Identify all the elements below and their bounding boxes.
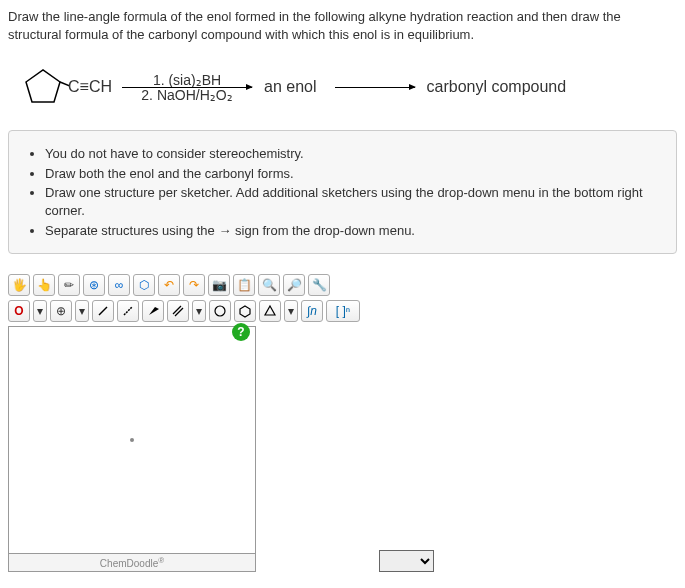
svg-point-7 [215, 306, 225, 316]
toolbar-row-1: 🖐 👆 ✏ ⊛ ∞ ⬡ ↶ ↷ 📷 📋 🔍 🔎 🔧 [8, 272, 438, 298]
dashed-bond-button[interactable] [117, 300, 139, 322]
bond-icon [171, 304, 185, 318]
registered-mark: ® [158, 556, 164, 565]
ring-button-3[interactable] [259, 300, 281, 322]
atom-label: O [14, 304, 23, 318]
camera-button[interactable]: 📷 [208, 274, 230, 296]
instruction-item: Draw both the enol and the carbonyl form… [45, 165, 660, 183]
chevron-down-icon: ▾ [196, 304, 202, 318]
svg-line-5 [173, 306, 181, 314]
chevron-down-icon: ▾ [79, 304, 85, 318]
atom-o-button[interactable]: O [8, 300, 30, 322]
alkyne-label: C≡CH [68, 78, 112, 96]
reagent-2: 2. NaOH/H₂O₂ [141, 87, 232, 103]
chevron-down-icon: ▾ [37, 304, 43, 318]
undo-button[interactable]: ↶ [158, 274, 180, 296]
camera-icon: 📷 [212, 278, 227, 292]
ring-button-2[interactable] [234, 300, 256, 322]
drawing-canvas[interactable] [8, 326, 256, 554]
zoom-out-button[interactable]: 🔎 [283, 274, 305, 296]
bond-icon [146, 304, 160, 318]
svg-marker-8 [240, 306, 250, 317]
sketcher: 🖐 👆 ✏ ⊛ ∞ ⬡ ↶ ↷ 📷 📋 🔍 🔎 🔧 O ▾ ⊕ ▾ ▾ ▾ ∫n… [8, 272, 438, 572]
question-line1: Draw the line-angle formula of the enol … [8, 9, 621, 24]
instruction-item: You do not have to consider stereochemis… [45, 145, 660, 163]
zoom-out-icon: 🔎 [287, 278, 302, 292]
product-label: carbonyl compound [427, 78, 567, 96]
bracket-button[interactable]: [ ]ⁿ [326, 300, 360, 322]
svg-line-3 [124, 307, 132, 315]
svg-marker-0 [26, 70, 60, 102]
redo-icon: ↷ [189, 278, 199, 292]
zoom-in-icon: 🔍 [262, 278, 277, 292]
script-button[interactable]: ∫n [301, 300, 323, 322]
canvas-placeholder-dot [130, 438, 134, 442]
chevron-down-icon: ▾ [288, 304, 294, 318]
bond-icon [96, 304, 110, 318]
wedge-bond-button[interactable] [142, 300, 164, 322]
zoom-in-button[interactable]: 🔍 [258, 274, 280, 296]
chemdoodle-label: ChemDoodle [100, 558, 158, 569]
instructions-box: You do not have to consider stereochemis… [8, 130, 677, 254]
arrow-icon [335, 87, 415, 88]
ring-icon [238, 304, 252, 318]
help-button[interactable]: ? [232, 323, 250, 341]
redo-button[interactable]: ↷ [183, 274, 205, 296]
target-icon: ⊛ [89, 278, 99, 292]
chain-tool-button[interactable]: ∞ [108, 274, 130, 296]
question-line2: structural formula of the carbonyl compo… [8, 27, 474, 42]
bond-icon [121, 304, 135, 318]
ring-icon [263, 304, 277, 318]
svg-line-6 [175, 308, 183, 316]
charge-dropdown[interactable]: ▾ [75, 300, 89, 322]
canvas-footer: ChemDoodle® [8, 554, 256, 572]
undo-icon: ↶ [164, 278, 174, 292]
target-tool-button[interactable]: ⊛ [83, 274, 105, 296]
starting-material: C≡CH [18, 64, 112, 110]
bracket-label: [ ]ⁿ [336, 304, 350, 318]
cyclopentane-icon [18, 64, 70, 110]
intermediate-label: an enol [264, 78, 317, 96]
pointer-tool-button[interactable]: 👆 [33, 274, 55, 296]
instruction-item: Separate structures using the → sign fro… [45, 222, 660, 240]
reagent-1: 1. (sia)₂BH [153, 72, 221, 88]
charge-icon: ⊕ [56, 304, 66, 318]
ring-icon [213, 304, 227, 318]
paste-icon: 📋 [237, 278, 252, 292]
svg-marker-9 [265, 306, 275, 315]
charge-button[interactable]: ⊕ [50, 300, 72, 322]
svg-line-2 [99, 307, 107, 315]
double-bond-button[interactable] [167, 300, 189, 322]
paste-button[interactable]: 📋 [233, 274, 255, 296]
reaction-scheme: C≡CH 1. (sia)₂BH 2. NaOH/H₂O₂ an enol ca… [8, 56, 677, 118]
toolbar-row-2: O ▾ ⊕ ▾ ▾ ▾ ∫n [ ]ⁿ [8, 298, 438, 324]
draw-tool-button[interactable]: ✏ [58, 274, 80, 296]
wrench-icon: 🔧 [312, 278, 327, 292]
pointer-icon: 👆 [37, 278, 52, 292]
atom-dropdown[interactable]: ▾ [33, 300, 47, 322]
pencil-icon: ✏ [64, 278, 74, 292]
single-bond-button[interactable] [92, 300, 114, 322]
instruction-item: Draw one structure per sketcher. Add add… [45, 184, 660, 219]
ring-dropdown[interactable]: ▾ [284, 300, 298, 322]
bond-dropdown[interactable]: ▾ [192, 300, 206, 322]
ring-button-1[interactable] [209, 300, 231, 322]
script-label: ∫n [307, 304, 317, 318]
settings-button[interactable]: 🔧 [308, 274, 330, 296]
hand-tool-button[interactable]: 🖐 [8, 274, 30, 296]
template-icon: ⬡ [139, 278, 149, 292]
hand-icon: 🖐 [12, 278, 27, 292]
svg-marker-4 [149, 307, 159, 315]
reagent-block: 1. (sia)₂BH 2. NaOH/H₂O₂ [122, 72, 252, 103]
chain-icon: ∞ [115, 278, 124, 292]
template-tool-button[interactable]: ⬡ [133, 274, 155, 296]
